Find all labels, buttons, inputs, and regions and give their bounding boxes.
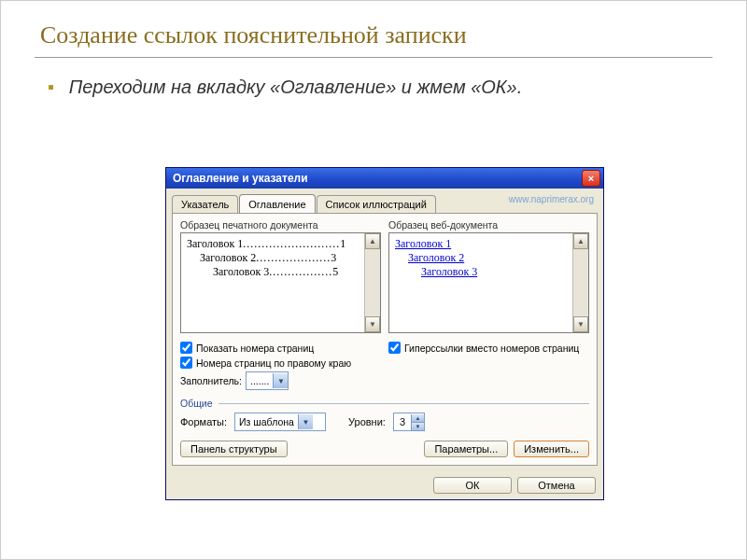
tab-illustrations[interactable]: Список иллюстраций — [317, 195, 436, 213]
chevron-down-icon[interactable]: ▼ — [298, 414, 313, 429]
filler-label: Заполнитель: — [180, 375, 242, 386]
bullet-text: Переходим на вкладку «Оглавление» и жмем… — [69, 77, 523, 97]
chk-right-align[interactable]: Номера страниц по правому краю — [180, 357, 381, 369]
chk-show-pages[interactable]: Показать номера страниц — [180, 342, 381, 354]
bullet-dot: ▪ — [48, 77, 54, 97]
tab-strip: Указатель Оглавление Список иллюстраций … — [166, 189, 603, 213]
web-link[interactable]: Заголовок 3 — [395, 265, 583, 279]
group-common: Общие — [180, 398, 589, 409]
checkbox-icon[interactable] — [180, 342, 192, 354]
tab-index[interactable]: Указатель — [172, 195, 238, 213]
scroll-down-icon[interactable]: ▼ — [573, 316, 588, 332]
modify-button[interactable]: Изменить... — [514, 441, 589, 457]
dialog-titlebar[interactable]: Оглавление и указатели × — [166, 168, 603, 189]
watermark-link[interactable]: www.naprimerax.org — [509, 194, 594, 204]
levels-spinner[interactable]: 3 ▲▼ — [393, 413, 425, 431]
formats-label: Форматы: — [180, 416, 227, 427]
slide-title: Создание ссылок пояснительной записки — [1, 1, 746, 55]
chevron-down-icon[interactable]: ▼ — [273, 373, 288, 388]
toc-line: Заголовок 2....................3 — [187, 251, 374, 265]
bullet-row: ▪ Переходим на вкладку «Оглавление» и жм… — [1, 58, 746, 100]
spin-down-icon[interactable]: ▼ — [411, 423, 424, 430]
toc-dialog: Оглавление и указатели × Указатель Оглав… — [165, 167, 604, 500]
web-link[interactable]: Заголовок 1 — [395, 237, 583, 251]
tab-toc[interactable]: Оглавление — [239, 194, 315, 213]
close-icon[interactable]: × — [582, 170, 600, 187]
scrollbar[interactable]: ▲ ▼ — [364, 233, 380, 332]
cancel-button[interactable]: Отмена — [517, 477, 596, 494]
toc-line: Заголовок 3.................5 — [187, 265, 374, 279]
chk-hyperlinks[interactable]: Гиперссылки вместо номеров страниц — [388, 342, 589, 354]
scroll-down-icon[interactable]: ▼ — [365, 316, 380, 332]
web-link[interactable]: Заголовок 2 — [395, 251, 583, 265]
tab-body: Образец печатного документа Заголовок 1.… — [172, 213, 598, 466]
toc-line: Заголовок 1..........................1 — [187, 237, 374, 251]
scrollbar[interactable]: ▲ ▼ — [572, 233, 588, 332]
filler-combo[interactable]: .......▼ — [246, 371, 289, 390]
checkbox-icon[interactable] — [388, 342, 401, 354]
scroll-up-icon[interactable]: ▲ — [573, 233, 588, 249]
dialog-title: Оглавление и указатели — [173, 172, 582, 185]
web-preview-label: Образец веб-документа — [388, 219, 589, 231]
checkbox-icon[interactable] — [180, 357, 192, 369]
print-preview: Заголовок 1..........................1 З… — [180, 232, 381, 333]
print-preview-label: Образец печатного документа — [180, 219, 381, 231]
levels-label: Уровни: — [348, 416, 386, 427]
web-preview: Заголовок 1 Заголовок 2 Заголовок 3 ▲ ▼ — [388, 232, 589, 333]
dialog-footer: ОК Отмена — [166, 471, 603, 499]
outline-panel-button[interactable]: Панель структуры — [180, 441, 288, 457]
params-button[interactable]: Параметры... — [424, 441, 508, 457]
spin-up-icon[interactable]: ▲ — [411, 414, 424, 423]
ok-button[interactable]: ОК — [433, 477, 512, 494]
scroll-up-icon[interactable]: ▲ — [365, 233, 380, 249]
formats-combo[interactable]: Из шаблона▼ — [234, 413, 326, 431]
